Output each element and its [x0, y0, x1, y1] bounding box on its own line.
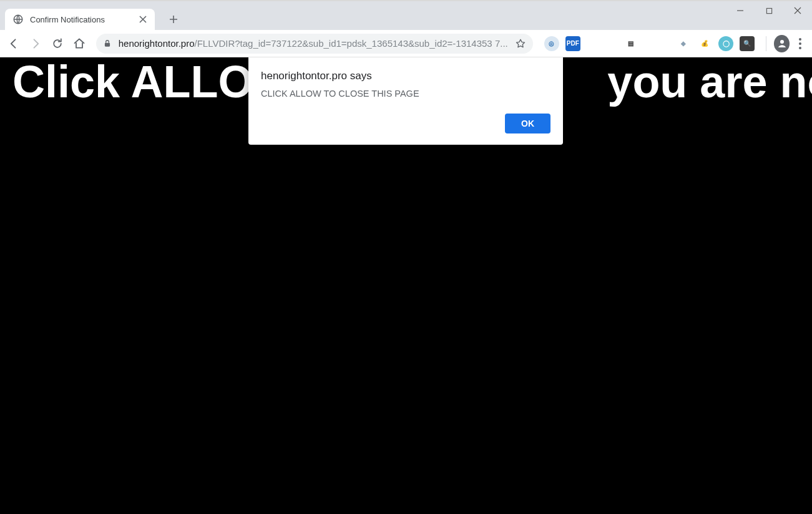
ext-5-bag-icon[interactable]: 💰: [697, 36, 712, 51]
ext-7-magnifier-icon[interactable]: 🔍: [740, 36, 755, 51]
forward-button[interactable]: [27, 34, 45, 54]
browser-window: Confirm Notifications: [0, 0, 812, 514]
alert-message-text: CLICK ALLOW TO CLOSE THIS PAGE: [261, 89, 550, 99]
tab-close-icon[interactable]: [137, 14, 149, 25]
window-minimize-button[interactable]: [726, 1, 755, 20]
url-text: henorightontor.pro/FLLVDIR?tag_id=737122…: [119, 38, 508, 49]
url-path: /FLLVDIR?tag_id=737122&sub_id1=pdsk_1365…: [195, 38, 508, 49]
alert-origin-text: henorightontor.pro says: [261, 70, 550, 82]
svg-point-4: [799, 38, 801, 41]
ext-1-swirl-icon[interactable]: ◎: [544, 36, 559, 51]
svg-rect-1: [766, 8, 771, 13]
ext-3-box-icon[interactable]: ▤: [624, 36, 638, 51]
ext-6-ring-icon[interactable]: ◯: [718, 36, 733, 51]
browser-tab[interactable]: Confirm Notifications: [5, 9, 155, 30]
tab-title: Confirm Notifications: [30, 15, 137, 24]
ext-4-stack-icon[interactable]: ◆: [676, 36, 691, 51]
ext-2-pdf-icon[interactable]: PDF: [565, 36, 580, 51]
bookmark-star-icon[interactable]: [514, 37, 527, 50]
toolbar: henorightontor.pro/FLLVDIR?tag_id=737122…: [0, 30, 812, 57]
new-tab-button[interactable]: [165, 11, 182, 28]
globe-icon: [12, 14, 24, 25]
extensions-group-right: ◆ 💰 ◯ 🔍: [672, 36, 758, 51]
address-bar[interactable]: henorightontor.pro/FLLVDIR?tag_id=737122…: [96, 34, 533, 54]
svg-point-3: [780, 40, 784, 44]
svg-point-6: [799, 47, 801, 49]
home-button[interactable]: [71, 34, 89, 54]
js-alert-dialog: henorightontor.pro says CLICK ALLOW TO C…: [248, 57, 563, 145]
page-viewport: Click ALLOWyou are not a henorightontor.…: [0, 57, 812, 514]
extensions-group-left: ◎ PDF: [541, 36, 584, 51]
headline-right: you are not a: [607, 57, 812, 107]
extensions-group-middle: ▤: [620, 36, 642, 51]
profile-avatar-icon[interactable]: [774, 35, 790, 52]
tab-strip: Confirm Notifications: [0, 1, 812, 30]
alert-actions: OK: [261, 114, 550, 133]
reload-button[interactable]: [49, 34, 67, 54]
svg-point-5: [799, 42, 801, 45]
window-maximize-button[interactable]: [755, 1, 783, 20]
toolbar-divider: [766, 36, 766, 51]
window-controls: [726, 1, 812, 20]
url-domain: henorightontor.pro: [119, 38, 195, 49]
back-button[interactable]: [5, 34, 23, 54]
window-close-button[interactable]: [783, 1, 812, 20]
lock-icon: [102, 39, 112, 49]
alert-ok-button[interactable]: OK: [505, 114, 550, 133]
kebab-menu-icon[interactable]: [793, 34, 807, 54]
svg-rect-2: [105, 42, 110, 46]
